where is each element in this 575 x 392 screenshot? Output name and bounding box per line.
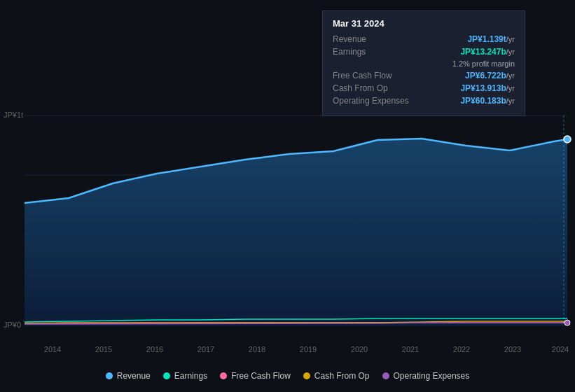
tooltip-panel: Mar 31 2024 Revenue JP¥1.139t/yr Earning… — [322, 10, 525, 116]
tooltip-fcf-row: Free Cash Flow JP¥6.722b/yr — [333, 71, 515, 80]
svg-point-7 — [564, 136, 571, 143]
legend-cash-from-op[interactable]: Cash From Op — [303, 371, 370, 381]
legend-revenue-label: Revenue — [117, 371, 151, 381]
legend-fcf-label: Free Cash Flow — [231, 371, 291, 381]
legend-free-cash-flow[interactable]: Free Cash Flow — [220, 371, 291, 381]
y-axis-bottom-label: JP¥0 — [4, 321, 21, 329]
tooltip-earnings-value: JP¥13.247b/yr — [460, 47, 515, 57]
tooltip-date: Mar 31 2024 — [333, 18, 515, 29]
tooltip-revenue-value: JP¥1.139t/yr — [467, 34, 515, 44]
tooltip-earnings-label: Earnings — [333, 47, 417, 57]
legend-opex-dot — [382, 372, 389, 379]
legend-cashop-dot — [303, 372, 310, 379]
tooltip-revenue-label: Revenue — [333, 34, 417, 44]
legend-revenue-dot — [106, 372, 113, 379]
tooltip-opex-value: JP¥60.183b/yr — [460, 96, 515, 106]
x-label-2017: 2017 — [198, 345, 214, 354]
tooltip-fcf-label: Free Cash Flow — [333, 71, 417, 80]
tooltip-cashop-row: Cash From Op JP¥13.913b/yr — [333, 83, 515, 93]
chart-container: JP¥1t JP¥0 2014 2015 2016 2017 2018 2019… — [0, 0, 575, 392]
x-label-2015: 2015 — [95, 345, 112, 354]
x-label-2020: 2020 — [351, 345, 368, 354]
legend-earnings-label: Earnings — [174, 371, 207, 381]
x-label-2014: 2014 — [44, 345, 61, 354]
y-axis-top-label: JP¥1t — [4, 111, 23, 119]
x-label-2023: 2023 — [504, 345, 521, 354]
legend-cashop-label: Cash From Op — [314, 371, 370, 381]
legend-revenue[interactable]: Revenue — [106, 371, 151, 381]
tooltip-opex-label: Operating Expenses — [333, 96, 417, 106]
tooltip-cashop-value: JP¥13.913b/yr — [460, 83, 515, 93]
legend-fcf-dot — [220, 372, 227, 379]
x-label-2019: 2019 — [300, 345, 317, 354]
tooltip-profit-margin-row: 1.2% profit margin — [333, 59, 515, 68]
legend-opex-label: Operating Expenses — [394, 371, 470, 381]
tooltip-profit-margin: 1.2% profit margin — [452, 59, 515, 68]
legend-operating-expenses[interactable]: Operating Expenses — [382, 371, 470, 381]
legend-earnings[interactable]: Earnings — [163, 371, 207, 381]
x-label-2022: 2022 — [453, 345, 470, 354]
tooltip-revenue-row: Revenue JP¥1.139t/yr — [333, 34, 515, 44]
tooltip-earnings-row: Earnings JP¥13.247b/yr — [333, 47, 515, 57]
legend-earnings-dot — [163, 372, 170, 379]
chart-legend: Revenue Earnings Free Cash Flow Cash Fro… — [0, 367, 575, 385]
svg-point-8 — [564, 320, 570, 326]
tooltip-opex-row: Operating Expenses JP¥60.183b/yr — [333, 96, 515, 106]
tooltip-fcf-value: JP¥6.722b/yr — [465, 71, 515, 80]
x-label-2018: 2018 — [249, 345, 265, 354]
x-label-2021: 2021 — [402, 345, 419, 354]
tooltip-cashop-label: Cash From Op — [333, 83, 417, 93]
x-label-2024: 2024 — [552, 345, 569, 354]
x-label-2016: 2016 — [146, 345, 163, 354]
